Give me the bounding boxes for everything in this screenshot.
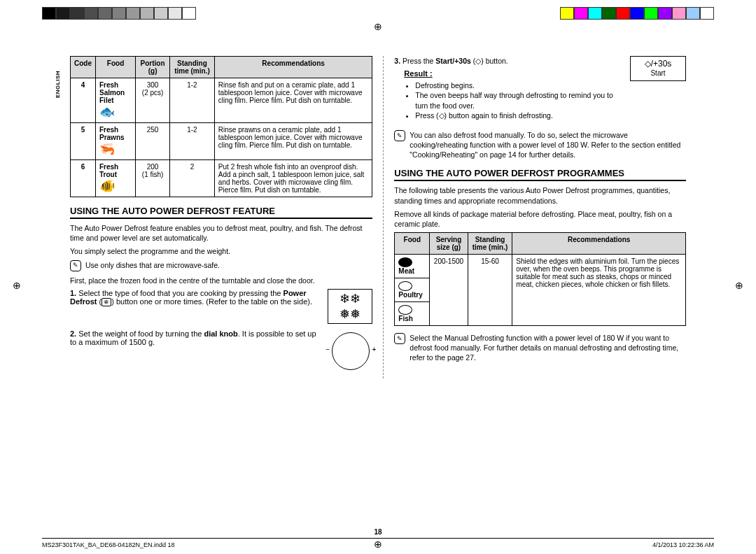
cooking-table: Code Food Portion (g) Standing time (min… [70,56,372,197]
step2-text-b: dial knob [204,329,237,338]
note-text: Select the Manual Defrosting function wi… [410,333,686,363]
note-icon: ✎ [70,260,81,271]
cell-portion: 300 [147,81,159,89]
color-calibration-bar-right [560,7,714,20]
food-icon: 🐠 [99,179,115,193]
footer-filename: MS23F301TAK_BA_DE68-04182N_EN.indd 18 [42,541,174,548]
language-label: ENGLISH [55,71,61,98]
prog-intro2: Remove all kinds of package material bef… [394,209,686,229]
footer-bar: MS23F301TAK_BA_DE68-04182N_EN.indd 18 4/… [42,538,714,548]
dial-knob-figure [329,329,372,373]
fish-icon [398,305,412,315]
food-poultry: Poultry [398,291,422,299]
note-text: Use only dishes that are microwave-safe. [85,260,220,271]
registration-mark-right: ⊕ [735,280,743,291]
cell-standing: 15-60 [468,255,512,326]
table-row: 5 Fresh Prawns🦐 250 1-2 Rinse prawns on … [71,123,372,160]
section-title-programmes: USING THE AUTO POWER DEFROST PROGRAMMES [394,168,686,181]
cell-food: Fresh Prawns [99,126,125,141]
cell-portion: 250 [136,123,170,160]
th-code: Code [71,57,96,78]
th-rec: Recommendations [512,233,686,255]
programmes-table: Food Serving size (g) Standing time (min… [394,232,686,326]
food-meat: Meat [398,267,414,275]
feature-intro2: You simply select the programme and the … [70,246,372,256]
feature-intro1: The Auto Power Defrost feature enables y… [70,223,372,243]
prog-intro1: The following table presents the various… [394,185,686,205]
result-label: Result : [404,69,432,78]
cell-code: 6 [81,163,85,171]
cell-rec: Rinse fish and put on a ceramic plate, a… [214,78,372,123]
note-manual-defrost-2: ✎ Select the Manual Defrosting function … [394,333,686,363]
left-column: Code Food Portion (g) Standing time (min… [70,56,372,378]
step3-text-c: button. [484,57,508,65]
power-defrost-button-figure: ❄❄❅❅ [328,289,372,324]
step-2: 2. Set the weight of food by turning the… [70,329,372,373]
note-microwave-safe: ✎ Use only dishes that are microwave-saf… [70,260,372,271]
list-item: The oven beeps half way through defrosti… [415,90,623,110]
pre-steps-text: First, place the frozen food in the cent… [70,276,372,285]
step1-text-a: Select the type of food that you are coo… [78,289,283,297]
table-row: 4 Fresh Salmon Filet🐟 300(2 pcs) 1-2 Rin… [71,78,372,123]
step-3: 3. Press the Start/+30s (◇) button. Resu… [394,56,686,125]
note-icon: ✎ [394,130,405,141]
food-icon: 🐟 [99,105,115,119]
cell-food: Fresh Trout [99,163,118,178]
result-list: Defrosting begins. The oven beeps half w… [404,80,623,120]
table-row: 6 Fresh Trout🐠 200(1 fish) 2 Put 2 fresh… [71,160,372,197]
cell-code: 4 [81,81,85,89]
th-rec: Recommendations [214,57,372,78]
registration-mark-left: ⊕ [13,280,21,291]
note-manual-defrost-1: ✎ You can also defrost food manually. To… [394,130,686,160]
section-title-feature: USING THE AUTO POWER DEFROST FEATURE [70,206,372,219]
page-content: Code Food Portion (g) Standing time (min… [0,0,756,406]
registration-mark-top: ⊕ [374,21,382,32]
right-column: 3. Press the Start/+30s (◇) button. Resu… [383,56,686,378]
th-portion: Portion (g) [136,57,170,78]
cell-time: 2 [170,160,215,197]
start-30s-button-figure: ◇/+30sStart [630,56,686,81]
cell-portion-note: (2 pcs) [142,89,164,97]
table-row: Meat 200-1500 15-60 Shield the edges wit… [395,255,686,278]
th-food: Food [96,57,136,78]
meat-icon [398,257,412,267]
food-fish: Fish [398,315,413,322]
cell-rec: Put 2 fresh whole fish into an ovenproof… [214,160,372,197]
step3-text-a: Press the [402,57,435,65]
cell-portion-note: (1 fish) [142,171,164,178]
step-1: 1. Select the type of food that you are … [70,289,372,324]
footer-timestamp: 4/1/2013 10:22:36 AM [652,541,714,548]
step3-text-b: Start/+30s [435,57,471,65]
power-defrost-icon: ❄ [102,298,111,306]
th-time: Standing time (min.) [170,57,215,78]
step2-text-a: Set the weight of food by turning the [78,329,204,338]
cell-time: 1-2 [170,78,215,123]
cell-time: 1-2 [170,123,215,160]
cell-rec: Rinse prawns on a ceramic plate, add 1 t… [214,123,372,160]
cell-serving: 200-1500 [430,255,468,326]
cell-food: Fresh Salmon Filet [99,81,125,104]
note-icon: ✎ [394,333,405,344]
th-standing: Standing time (min.) [468,233,512,255]
list-item: Press (◇) button again to finish defrost… [415,111,623,120]
food-icon: 🦐 [99,142,115,156]
page-number: 18 [0,528,756,536]
th-serving: Serving size (g) [430,233,468,255]
note-text: You can also defrost food manually. To d… [410,130,686,160]
cell-portion: 200 [147,163,159,171]
color-calibration-bar-left [42,7,196,20]
step1-text-c: button one or more times. (Refer to the … [114,297,312,306]
th-food: Food [395,233,430,255]
cell-rec: Shield the edges with aluminium foil. Tu… [512,255,686,326]
cell-code: 5 [81,126,85,134]
list-item: Defrosting begins. [415,80,623,90]
poultry-icon [398,281,412,291]
